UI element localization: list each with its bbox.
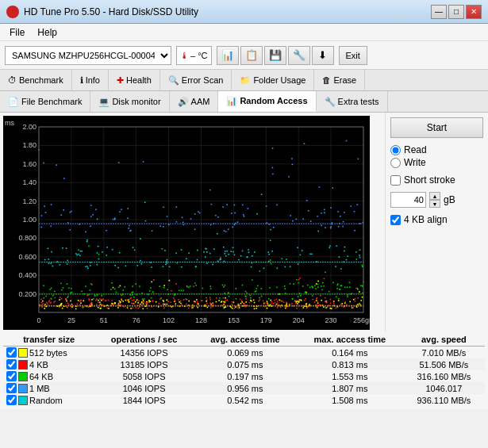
legend-label-4: Random — [29, 396, 63, 405]
ops-cell-4: 1844 IOPS — [94, 394, 194, 406]
spinbox-input[interactable] — [390, 192, 426, 208]
start-button[interactable]: Start — [390, 117, 483, 138]
file-benchmark-icon: 📄 — [8, 97, 19, 107]
tab-folder-usage[interactable]: 📁 Folder Usage — [232, 70, 314, 90]
legend-color-0 — [18, 348, 28, 358]
avg-access-cell-2: 0.197 ms — [194, 370, 297, 382]
avg-access-cell-1: 0.075 ms — [194, 358, 297, 370]
aam-icon: 🔊 — [178, 97, 189, 107]
toolbar-icon-3[interactable]: 💾 — [264, 46, 286, 65]
chart-area — [0, 113, 385, 331]
write-radio-label[interactable]: Write — [390, 157, 483, 168]
ops-cell-1: 13185 IOPS — [94, 358, 194, 370]
tab-extra-tests[interactable]: 🔧 Extra tests — [317, 91, 388, 112]
col-header-max-access: max. access time — [297, 333, 403, 347]
legend-checkbox-0[interactable] — [6, 347, 17, 358]
minimize-button[interactable]: — — [431, 5, 447, 19]
tab-erase[interactable]: 🗑 Erase — [314, 70, 365, 90]
ops-cell-2: 5058 IOPS — [94, 370, 194, 382]
table-row: 512 bytes 14356 IOPS 0.069 ms 0.164 ms 7… — [3, 347, 485, 359]
disk-monitor-icon: 💻 — [98, 97, 110, 107]
legend-item-3[interactable]: 1 MB — [6, 383, 91, 393]
read-radio-label[interactable]: Read — [390, 144, 483, 155]
toolbar-icon-5[interactable]: ⬇ — [312, 46, 334, 65]
results-table: transfer size operations / sec avg. acce… — [3, 333, 485, 406]
align-checkbox[interactable] — [390, 215, 401, 225]
max-access-cell-4: 1.508 ms — [297, 394, 403, 406]
avg-speed-cell-4: 936.110 MB/s — [403, 394, 485, 406]
spinbox-row: ▲ ▼ gB — [390, 192, 483, 208]
spinbox-buttons: ▲ ▼ — [429, 192, 440, 208]
tab-aam[interactable]: 🔊 AAM — [170, 91, 219, 112]
tabs-row-2: 📄 File Benchmark 💻 Disk monitor 🔊 AAM 📊 … — [0, 91, 488, 113]
short-stroke-checkbox[interactable] — [390, 175, 401, 186]
right-panel: Start Read Write Short stroke ▲ — [385, 113, 488, 331]
col-header-size: transfer size — [3, 333, 94, 347]
extra-tests-icon: 🔧 — [325, 97, 336, 107]
avg-speed-cell-1: 51.506 MB/s — [403, 358, 485, 370]
tab-health[interactable]: ✚ Health — [109, 70, 160, 90]
max-access-cell-2: 1.553 ms — [297, 370, 403, 382]
spinbox-up-button[interactable]: ▲ — [429, 192, 440, 200]
drive-select[interactable]: SAMSUNG MZHPU256HCGL-00004 (256 gB) — [5, 46, 171, 65]
legend-checkbox-2[interactable] — [6, 371, 17, 381]
ops-cell-3: 1046 IOPS — [94, 382, 194, 394]
read-write-radio-group: Read Write — [390, 144, 483, 168]
maximize-button[interactable]: □ — [448, 5, 464, 19]
write-radio[interactable] — [390, 158, 401, 168]
legend-checkbox-1[interactable] — [6, 359, 17, 370]
toolbar-icon-group: 📊 📋 💾 🔧 ⬇ — [217, 46, 334, 65]
legend-label-1: 4 KB — [29, 360, 48, 370]
tab-random-access[interactable]: 📊 Random Access — [218, 91, 316, 112]
col-header-avg-access: avg. access time — [194, 333, 297, 347]
tab-info[interactable]: ℹ Info — [72, 70, 109, 90]
erase-icon: 🗑 — [322, 75, 331, 85]
folder-usage-icon: 📁 — [240, 75, 251, 86]
table-row: 64 KB 5058 IOPS 0.197 ms 1.553 ms 316.16… — [3, 370, 485, 382]
avg-access-cell-4: 0.542 ms — [194, 394, 297, 406]
legend-checkbox-3[interactable] — [6, 383, 17, 393]
legend-checkbox-4[interactable] — [6, 395, 17, 405]
legend-label-2: 64 KB — [29, 372, 53, 381]
read-radio[interactable] — [390, 145, 401, 155]
data-table-section: transfer size operations / sec avg. acce… — [0, 331, 488, 409]
max-access-cell-3: 1.807 ms — [297, 382, 403, 394]
random-access-icon: 📊 — [226, 96, 237, 106]
legend-item-1[interactable]: 4 KB — [6, 359, 91, 370]
tab-disk-monitor[interactable]: 💻 Disk monitor — [90, 91, 169, 112]
legend-item-0[interactable]: 512 bytes — [6, 347, 91, 358]
tab-benchmark[interactable]: ⏱ Benchmark — [0, 70, 72, 90]
benchmark-icon: ⏱ — [8, 75, 17, 85]
toolbar-icon-4[interactable]: 🔧 — [288, 46, 310, 65]
exit-button[interactable]: Exit — [339, 46, 367, 65]
toolbar: SAMSUNG MZHPU256HCGL-00004 (256 gB) 🌡 – … — [0, 41, 488, 70]
spinbox-down-button[interactable]: ▼ — [429, 200, 440, 208]
legend-color-4 — [18, 396, 28, 405]
info-icon: ℹ — [80, 75, 83, 86]
align-label[interactable]: 4 KB align — [390, 214, 483, 225]
tab-file-benchmark[interactable]: 📄 File Benchmark — [0, 91, 90, 112]
toolbar-icon-2[interactable]: 📋 — [240, 46, 263, 65]
legend-label-3: 1 MB — [29, 384, 50, 393]
short-stroke-label[interactable]: Short stroke — [390, 174, 483, 186]
app-icon — [6, 6, 19, 18]
legend-color-2 — [18, 372, 28, 381]
tab-error-scan[interactable]: 🔍 Error Scan — [160, 70, 232, 90]
table-row: 1 MB 1046 IOPS 0.956 ms 1.807 ms 1046.01… — [3, 382, 485, 394]
window-controls: — □ ✕ — [431, 5, 482, 19]
legend-item-2[interactable]: 64 KB — [6, 371, 91, 381]
col-header-ops: operations / sec — [94, 333, 194, 347]
avg-access-cell-3: 0.956 ms — [194, 382, 297, 394]
legend-color-3 — [18, 384, 28, 393]
avg-access-cell-0: 0.069 ms — [194, 347, 297, 359]
toolbar-icon-1[interactable]: 📊 — [217, 46, 239, 65]
menu-bar: File Help — [0, 24, 488, 41]
max-access-cell-0: 0.164 ms — [297, 347, 403, 359]
close-button[interactable]: ✕ — [466, 5, 482, 19]
menu-help[interactable]: Help — [31, 25, 63, 40]
menu-file[interactable]: File — [3, 25, 31, 40]
legend-item-4[interactable]: Random — [6, 395, 91, 405]
avg-speed-cell-0: 7.010 MB/s — [403, 347, 485, 359]
legend-label-0: 512 bytes — [29, 348, 67, 358]
health-icon: ✚ — [117, 75, 124, 86]
